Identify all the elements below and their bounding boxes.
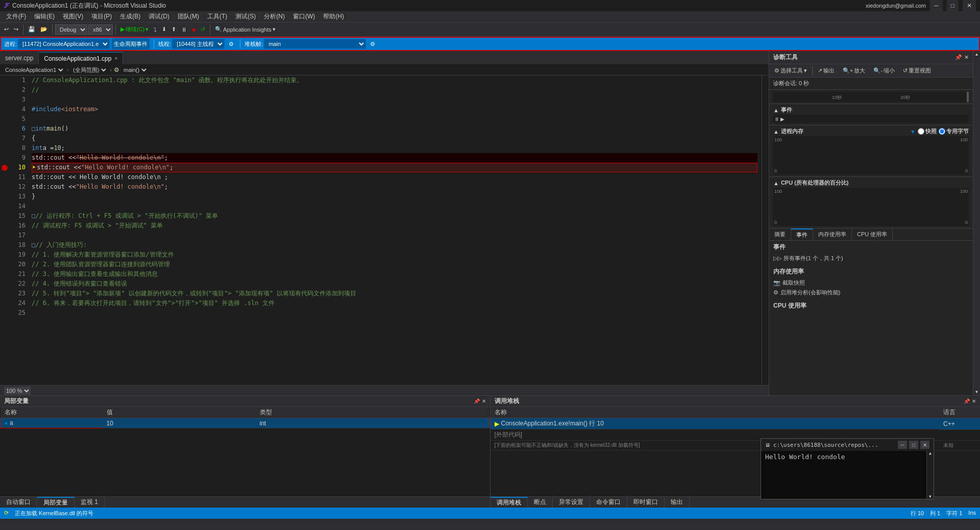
console-scroll-down[interactable]: ▼ [929, 494, 932, 499]
tab-callstack[interactable]: 调用堆栈 [491, 497, 528, 508]
menu-project[interactable]: 项目(P) [87, 11, 116, 22]
tab-close-button[interactable]: × [114, 56, 117, 61]
scroll-down-btn[interactable]: ▼ [975, 390, 979, 394]
table-row[interactable]: ▶ ConsoleApplication1.exe!main() 行 10 C+… [491, 418, 981, 430]
pause-button[interactable]: ⏸ [179, 24, 189, 35]
collapse-memory-icon[interactable]: ▲ [773, 129, 779, 135]
save-all-button[interactable]: 📂 [38, 24, 50, 35]
tab-immediate[interactable]: 即时窗口 [627, 497, 665, 508]
breadcrumb-function-combo[interactable]: main() [121, 65, 148, 74]
menu-help[interactable]: 帮助(H) [319, 11, 348, 22]
close-button[interactable]: ✕ [963, 0, 976, 11]
maximize-button[interactable]: □ [947, 0, 959, 11]
menu-tools[interactable]: 工具(T) [203, 11, 231, 22]
private-bytes-radio-input[interactable] [939, 128, 945, 135]
menu-build[interactable]: 生成(B) [116, 11, 144, 22]
tab-exception-settings[interactable]: 异常设置 [553, 497, 590, 508]
diag-tab-events[interactable]: 事件 [791, 229, 813, 240]
diag-tab-summary[interactable]: 摘要 [769, 229, 791, 240]
diag-close-button[interactable]: ✕ [964, 54, 969, 61]
minimize-button[interactable]: ─ [930, 0, 943, 11]
console-titlebar: 🖥 c:\users\86188\source\repos\... ─ □ ✕ [761, 439, 934, 451]
tab-server-cpp[interactable]: server.cpp [0, 52, 39, 64]
step-over-button[interactable]: ⤵ [152, 24, 159, 35]
menu-analyze[interactable]: 分析(N) [260, 11, 289, 22]
locals-title: 局部变量 [4, 397, 29, 406]
console-scroll-up[interactable]: ▲ [929, 451, 932, 456]
stack-combo[interactable]: main [264, 39, 366, 49]
console-max-button[interactable]: □ [909, 441, 918, 449]
restart-button[interactable]: ↺ [199, 24, 207, 35]
menu-debug[interactable]: 调试(D) [144, 11, 174, 22]
tab-auto-window[interactable]: 自动窗口 [0, 497, 37, 508]
tab-command-window[interactable]: 命令窗口 [590, 497, 627, 508]
heap-analysis-item[interactable]: ⚙ 启用堆分析(会影响性能) [773, 288, 969, 297]
diag-tab-cpu[interactable]: CPU 使用率 [852, 229, 893, 240]
diag-right-sidebar[interactable]: ▲ ▼ [973, 51, 980, 395]
console-close-button[interactable]: ✕ [920, 441, 929, 449]
menu-team[interactable]: 团队(M) [174, 11, 203, 22]
pause-events-button[interactable]: ⏸ [774, 116, 779, 122]
zoom-combo[interactable]: 100 % [4, 387, 31, 395]
callstack-pin-button[interactable]: 📌 [964, 398, 970, 404]
thread-label: 线程: [10448] 主线程 [158, 39, 225, 49]
menu-file[interactable]: 文件(F) [2, 11, 30, 22]
private-bytes-radio[interactable]: 专用字节 [939, 128, 969, 135]
diag-pin-button[interactable]: 📌 [955, 54, 962, 61]
toolbar-sep3 [115, 24, 116, 35]
code-content[interactable]: // ConsoleApplication1.cpp : 此文件包含 "main… [28, 75, 762, 385]
tab-consolemain-cpp[interactable]: ConsoleApplication1.cpp × [39, 52, 123, 64]
menu-window[interactable]: 窗口(W) [289, 11, 319, 22]
snapshot-radio[interactable]: 快照 [918, 128, 937, 135]
editor-scrollbar[interactable] [762, 75, 769, 385]
step-into-button[interactable]: ⬇ [160, 24, 168, 35]
menu-view[interactable]: 视图(V) [59, 11, 87, 22]
breadcrumb-scope[interactable]: (全局范围) [71, 65, 108, 74]
locals-close-button[interactable]: ✕ [482, 398, 486, 404]
scroll-up-btn[interactable]: ▲ [975, 52, 979, 57]
collapse-events-icon[interactable]: ▲ [773, 107, 779, 113]
take-snapshot-item[interactable]: 📷 截取快照 [773, 278, 969, 288]
step-out-button[interactable]: ⬆ [169, 24, 178, 35]
console-min-button[interactable]: ─ [898, 441, 907, 449]
output-button[interactable]: ↗ 输出 [815, 66, 838, 76]
app-insights-button[interactable]: 🔍 Application Insights ▾ [213, 24, 278, 35]
zoom-in-button[interactable]: 🔍+ 放大 [840, 66, 868, 76]
tab-watch[interactable]: 监视 1 [75, 497, 105, 508]
diag-tab-memory[interactable]: 内存使用率 [813, 229, 852, 240]
menu-test[interactable]: 测试(S) [231, 11, 260, 22]
filter-button[interactable]: ⚙ [227, 38, 236, 49]
save-button[interactable]: 💾 [26, 24, 37, 35]
redo-button[interactable]: ↪ [12, 24, 20, 35]
console-buttons: ─ □ ✕ [898, 441, 929, 449]
table-row[interactable]: ● a 10 int [1, 418, 490, 428]
stop-button[interactable]: ■ [190, 24, 198, 35]
collapse-cpu-icon[interactable]: ▲ [773, 180, 779, 186]
undo-button[interactable]: ↩ [2, 24, 11, 35]
reset-view-button[interactable]: ↺ 重置视图 [900, 66, 934, 76]
continue-button[interactable]: ▶ 继续(C) ▾ [118, 24, 151, 35]
play-events-button[interactable]: ▶ [780, 116, 785, 122]
lifecycle-button[interactable]: 生命周期事件 [112, 38, 150, 49]
stack-options-button[interactable]: ⚙ [368, 38, 377, 49]
process-combo[interactable]: [11472] ConsoleApplication1.e [18, 39, 110, 49]
thread-combo[interactable]: [10448] 主线程 [172, 39, 225, 49]
zoom-out-button[interactable]: 🔍- 缩小 [870, 66, 898, 76]
snapshot-radio-input[interactable] [918, 128, 924, 135]
callstack-close-button[interactable]: ✕ [972, 398, 976, 404]
tab-output[interactable]: 输出 [665, 497, 690, 508]
breadcrumb-project[interactable]: ConsoleApplication1 [3, 65, 65, 74]
breakpoint-marker[interactable] [2, 165, 8, 171]
locals-pin-button[interactable]: 📌 [474, 398, 480, 404]
title-bar-right: xiedongdun@gmail.com ─ □ ✕ [866, 0, 976, 11]
menu-edit[interactable]: 编辑(E) [30, 11, 59, 22]
line-num-13: 13 [9, 192, 26, 201]
select-tools-button[interactable]: ⚙ 选择工具 ▾ [771, 66, 810, 76]
all-events-item[interactable]: ▷▷ 所有事件(1 个，共 1 个) [773, 254, 969, 263]
platform-combo[interactable]: x86 [88, 24, 113, 35]
code-editor[interactable]: 1 2 3 4 5 6 7 8 9 10 11 12 13 14 15 16 1… [0, 75, 769, 385]
tab-locals[interactable]: 局部变量 [37, 497, 75, 508]
debug-config-combo[interactable]: Debug [55, 24, 87, 35]
tab-breakpoints[interactable]: 断点 [528, 497, 553, 508]
console-scrollbar[interactable]: ▲ ▼ [926, 451, 934, 499]
